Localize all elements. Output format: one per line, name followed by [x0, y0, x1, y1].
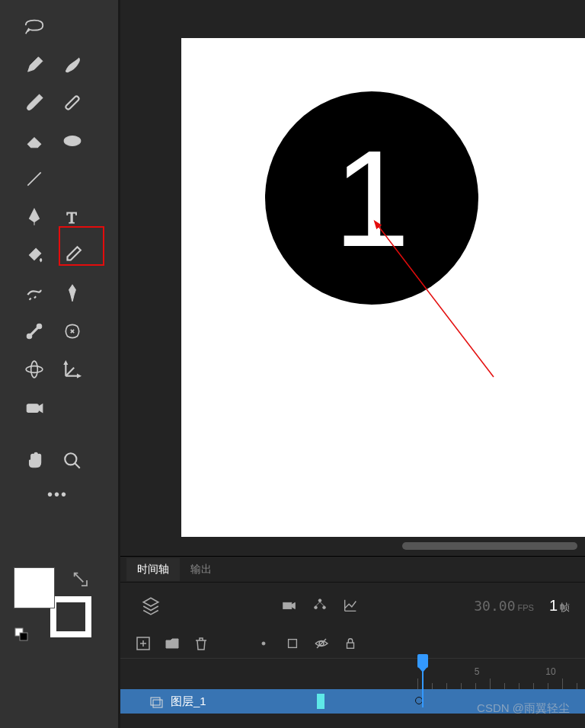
eraser-tool[interactable]	[15, 122, 53, 160]
layer-icon	[149, 694, 163, 708]
fps-value[interactable]: 30.00	[474, 598, 515, 614]
layer-row[interactable]: 图层_1	[120, 689, 585, 714]
3d-rotation-tool[interactable]	[53, 350, 91, 388]
black-circle-shape[interactable]: 1	[265, 91, 478, 305]
hand-tool[interactable]	[15, 442, 53, 480]
camera-icon[interactable]	[279, 595, 300, 616]
svg-text:T: T	[66, 209, 76, 227]
svg-point-23	[315, 606, 318, 609]
svg-marker-14	[38, 404, 42, 413]
frame-label: 帧	[560, 602, 570, 613]
lasso-tool[interactable]	[15, 8, 53, 46]
svg-line-1	[27, 172, 40, 185]
background-color-swatch[interactable]	[50, 596, 91, 637]
eyedropper-tool[interactable]	[53, 236, 91, 274]
bone-tool[interactable]	[15, 312, 53, 350]
svg-point-22	[318, 599, 321, 602]
horizontal-scrollbar[interactable]	[402, 542, 577, 550]
svg-line-5	[31, 328, 38, 335]
svg-rect-31	[289, 639, 297, 647]
svg-point-6	[26, 366, 43, 373]
outline-icon[interactable]	[283, 634, 302, 653]
zoom-tool[interactable]	[53, 442, 91, 480]
visibility-icon[interactable]	[312, 634, 331, 653]
svg-point-30	[262, 641, 265, 644]
more-tools-button[interactable]: •••	[47, 486, 118, 503]
chart-icon[interactable]	[340, 595, 361, 616]
dot-icon[interactable]	[254, 634, 273, 653]
svg-line-16	[75, 463, 80, 468]
width-tool[interactable]	[15, 274, 53, 312]
timeline-panel: 时间轴 输出 30.00FPS 1帧 5 10	[120, 556, 585, 728]
fps-label: FPS	[517, 603, 533, 612]
paint-bucket-tool[interactable]	[15, 236, 53, 274]
empty-cell	[53, 8, 91, 46]
svg-point-0	[64, 136, 81, 146]
pin-tool[interactable]	[53, 274, 91, 312]
svg-point-15	[65, 453, 76, 465]
canvas-area: 1	[120, 0, 585, 556]
svg-line-26	[320, 602, 324, 606]
svg-marker-12	[78, 375, 81, 378]
line-tool[interactable]	[15, 160, 53, 198]
pen-tool[interactable]	[15, 198, 53, 236]
svg-rect-35	[151, 698, 160, 705]
svg-point-24	[323, 606, 326, 609]
tab-timeline[interactable]: 时间轴	[126, 558, 180, 581]
svg-line-10	[66, 368, 74, 376]
asset-warp-tool[interactable]	[15, 350, 53, 388]
timeline-ruler[interactable]: 5 10	[417, 659, 585, 689]
default-colors-icon[interactable]	[14, 627, 30, 643]
tab-output[interactable]: 输出	[180, 558, 222, 581]
empty-cell	[53, 388, 91, 426]
svg-rect-20	[283, 602, 292, 608]
tools-panel: T	[0, 0, 118, 728]
camera-tool[interactable]	[15, 388, 53, 426]
fluid-brush-tool[interactable]	[53, 46, 91, 84]
lock-icon[interactable]	[341, 634, 360, 653]
brush-tool[interactable]	[15, 84, 53, 122]
empty-cell	[53, 160, 91, 198]
paintbrush-tool[interactable]	[53, 84, 91, 122]
timeline-playhead[interactable]	[417, 654, 428, 707]
keyframe-span[interactable]	[317, 694, 324, 709]
svg-marker-11	[64, 361, 67, 364]
svg-point-7	[31, 361, 38, 378]
new-layer-button[interactable]	[134, 634, 152, 653]
svg-rect-36	[153, 700, 162, 707]
layer-name: 图层_1	[171, 694, 206, 709]
stage-canvas[interactable]: 1	[181, 38, 585, 537]
new-folder-button[interactable]	[163, 634, 181, 653]
ellipse-tool[interactable]	[53, 122, 91, 160]
text-tool[interactable]: T	[53, 198, 91, 236]
bind-tool[interactable]	[53, 312, 91, 350]
swap-colors-icon[interactable]	[71, 570, 92, 591]
pencil-tool[interactable]	[15, 46, 53, 84]
layers-icon[interactable]	[140, 595, 161, 616]
delete-button[interactable]	[192, 634, 210, 653]
frame-value[interactable]: 1	[549, 597, 558, 614]
color-swatches	[14, 567, 98, 643]
foreground-color-swatch[interactable]	[14, 567, 55, 608]
circle-text: 1	[334, 120, 410, 277]
svg-rect-13	[27, 404, 38, 413]
graph-icon[interactable]	[309, 595, 331, 616]
svg-marker-21	[292, 602, 296, 608]
svg-rect-34	[347, 643, 354, 648]
svg-line-25	[316, 602, 321, 606]
svg-rect-18	[20, 633, 27, 640]
